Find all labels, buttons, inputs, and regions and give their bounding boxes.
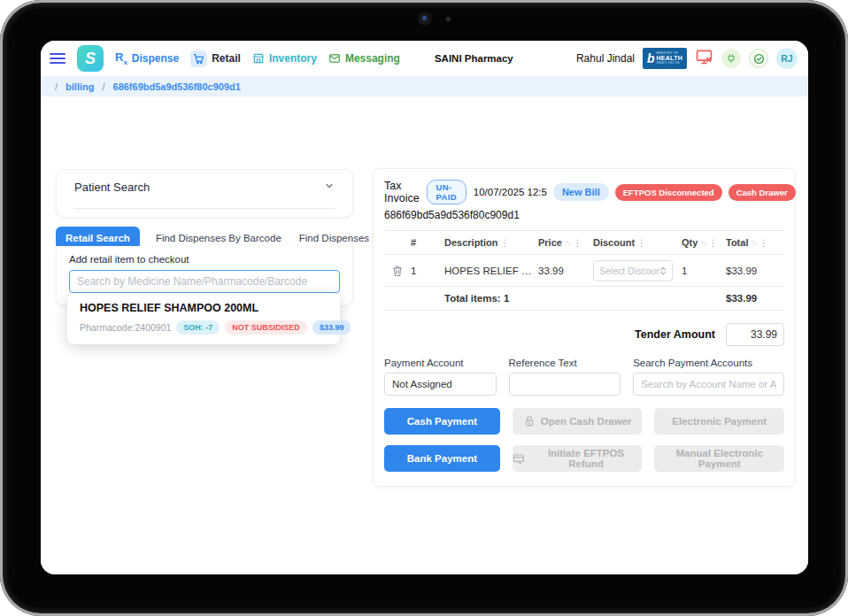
cash-payment-button[interactable]: Cash Payment xyxy=(384,408,500,435)
nav-item-messaging[interactable]: Messaging xyxy=(328,52,400,65)
pharmacy-name: SAINI Pharmacy xyxy=(435,53,513,64)
col-description: Description xyxy=(444,237,498,248)
retail-item-search-input[interactable] xyxy=(69,270,340,293)
col-discount: Discount xyxy=(593,237,635,248)
invoice-title: Tax Invoice xyxy=(384,180,420,204)
ambient-sensor xyxy=(446,17,451,21)
search-result-dropdown: HOPES RELIEF SHAMPOO 200ML Pharmacode:24… xyxy=(67,293,340,344)
result-item-meta: Pharmacode:2400901 SOH: -7 NOT SUBSIDISE… xyxy=(80,320,328,335)
payment-account-label: Payment Account xyxy=(384,358,497,368)
tablet-device: S Rx Dispense Retail Inventory xyxy=(0,0,848,616)
store-icon xyxy=(252,52,265,65)
divider xyxy=(74,208,335,209)
row-total: $33.99 xyxy=(726,266,784,276)
breadcrumb: / billing / 686f69bd5a9d536f80c909d1 xyxy=(41,76,808,96)
col-qty: Qty xyxy=(682,237,698,248)
reference-text-label: Reference Text xyxy=(509,358,621,368)
nav-label: Dispense xyxy=(132,52,179,65)
col-price: Price xyxy=(538,237,562,248)
tender-amount-input[interactable] xyxy=(726,323,784,346)
user-avatar[interactable]: RJ xyxy=(776,48,798,69)
nav-label: Retail xyxy=(212,52,241,65)
footer-total: $33.99 xyxy=(726,293,784,304)
reference-text-input[interactable] xyxy=(509,373,621,396)
cash-drawer-icon xyxy=(523,415,536,427)
breadcrumb-billing[interactable]: billing xyxy=(66,81,94,92)
nav-label: Inventory xyxy=(269,52,317,65)
column-menu-icon[interactable]: ⋮ xyxy=(709,238,718,248)
column-menu-icon[interactable]: ⋮ xyxy=(501,238,510,248)
row-description: HOPES RELIEF SHAMPOO ... xyxy=(444,266,538,276)
invoice-id: 686f69bd5a9d536f80c909d1 xyxy=(384,209,784,221)
nav-item-retail[interactable]: Retail xyxy=(190,50,241,67)
invoice-datetime: 10/07/2025 12:5 xyxy=(474,187,547,197)
breadcrumb-separator: / xyxy=(102,81,104,92)
page-content: Patient Search Retail Search Find Dispen… xyxy=(41,96,808,574)
eftpos-disconnected-badge[interactable]: EFTPOS Disconnected xyxy=(615,184,722,201)
row-price: 33.99 xyxy=(538,266,593,276)
cash-drawer-badge[interactable]: Cash Drawer xyxy=(729,184,796,201)
bank-payment-button[interactable]: Bank Payment xyxy=(384,445,500,472)
invoice-items-table: # Description ⋮ Price ↑↓ ⋮ Discount ⋮ xyxy=(384,230,784,311)
nav-right-group: Rahul Jindal b MINISTRY OF HEALTH MANATU… xyxy=(576,48,798,69)
tender-amount-label: Tender Amount xyxy=(635,328,715,341)
invoice-header: Tax Invoice UN-PAID 10/07/2025 12:5 New … xyxy=(384,180,784,204)
unpaid-status-badge: UN-PAID xyxy=(427,180,466,204)
ministry-of-health-logo: b MINISTRY OF HEALTH MANATU HAUORA xyxy=(643,48,687,69)
patient-search-card[interactable]: Patient Search xyxy=(56,169,353,218)
search-payment-accounts-label: Search Payment Accounts xyxy=(633,358,784,368)
envelope-icon xyxy=(328,52,341,65)
row-qty: 1 xyxy=(682,266,726,276)
row-number: 1 xyxy=(411,266,444,276)
sort-icon[interactable]: ↑↓ xyxy=(565,238,571,247)
top-nav: S Rx Dispense Retail Inventory xyxy=(41,41,808,76)
search-payment-accounts-input[interactable] xyxy=(633,373,784,396)
cart-icon xyxy=(190,50,207,67)
plug-connected-icon[interactable] xyxy=(721,49,741,68)
nav-item-inventory[interactable]: Inventory xyxy=(252,52,317,65)
new-bill-button[interactable]: New Bill xyxy=(553,183,609,201)
result-pharmacode: Pharmacode:2400901 xyxy=(80,322,171,333)
display-disconnected-icon[interactable] xyxy=(695,48,713,69)
sort-icon[interactable]: ↑↓ xyxy=(751,238,757,247)
payment-account-input[interactable] xyxy=(384,373,497,396)
user-name: Rahul Jindal xyxy=(576,52,635,65)
menu-icon[interactable] xyxy=(50,53,66,65)
total-items-label: Total items: 1 xyxy=(444,293,538,304)
breadcrumb-separator: / xyxy=(55,81,58,92)
invoice-card: Tax Invoice UN-PAID 10/07/2025 12:5 New … xyxy=(373,168,796,487)
chevron-down-icon[interactable] xyxy=(324,179,335,195)
front-camera xyxy=(418,12,432,26)
initiate-eftpos-refund-button: Initiate EFTPOS Refund xyxy=(513,445,643,472)
patient-search-title: Patient Search xyxy=(74,181,150,194)
nav-label: Messaging xyxy=(345,52,400,65)
subsidy-badge: NOT SUBSIDISED xyxy=(225,320,307,335)
app-logo[interactable]: S xyxy=(77,45,104,72)
sort-icon[interactable]: ↑↓ xyxy=(700,238,706,247)
status-check-icon[interactable] xyxy=(749,49,768,68)
discount-select[interactable]: Select Discour xyxy=(593,260,673,281)
table-header-row: # Description ⋮ Price ↑↓ ⋮ Discount ⋮ xyxy=(384,231,784,255)
col-total: Total xyxy=(726,237,748,248)
breadcrumb-bill-id[interactable]: 686f69bd5a9d536f80c909d1 xyxy=(113,81,241,92)
soh-badge: SOH: -7 xyxy=(176,320,220,335)
column-menu-icon[interactable]: ⋮ xyxy=(759,238,768,248)
table-footer-row: Total items: 1 $33.99 xyxy=(384,287,784,311)
price-badge: $33.99 xyxy=(312,320,351,335)
rx-icon: Rx xyxy=(115,50,127,66)
delete-item-icon[interactable] xyxy=(384,265,411,277)
col-hash: # xyxy=(411,237,444,248)
column-menu-icon[interactable]: ⋮ xyxy=(573,238,582,248)
column-menu-icon[interactable]: ⋮ xyxy=(637,238,646,248)
table-row: 1 HOPES RELIEF SHAMPOO ... 33.99 Select … xyxy=(384,255,784,287)
card-refund-icon xyxy=(513,452,525,465)
select-stepper-icon xyxy=(659,266,667,275)
nav-item-dispense[interactable]: Rx Dispense xyxy=(115,50,179,66)
payment-buttons: Cash Payment Open Cash Drawer Electronic… xyxy=(384,408,784,472)
add-item-label: Add retail item to checkout xyxy=(69,254,340,265)
payment-fields: Payment Account Reference Text Search Pa… xyxy=(384,358,784,396)
tender-amount-row: Tender Amount xyxy=(384,323,784,346)
open-cash-drawer-button: Open Cash Drawer xyxy=(513,408,643,435)
result-item-name[interactable]: HOPES RELIEF SHAMPOO 200ML xyxy=(80,302,328,314)
electronic-payment-button: Electronic Payment xyxy=(654,408,784,435)
